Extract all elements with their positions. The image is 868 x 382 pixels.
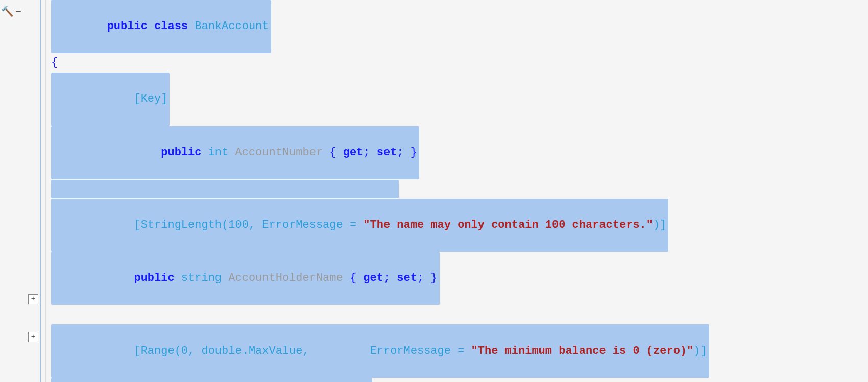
punct-brace-open: { bbox=[329, 146, 336, 159]
line-class-declaration: public class BankAccount bbox=[51, 0, 868, 53]
line-class-highlight: public class BankAccount bbox=[51, 0, 271, 53]
type-string: string bbox=[181, 272, 222, 284]
prop-accountnumber: AccountNumber bbox=[235, 146, 323, 159]
code-editor: 🔨 − + + public class BankAccount { [Key] bbox=[0, 0, 868, 382]
type-int: int bbox=[208, 146, 229, 159]
line-stringlength-attr: [StringLength(100, ErrorMessage = "The n… bbox=[51, 199, 868, 252]
classname-bankaccount: BankAccount bbox=[195, 20, 269, 33]
punct-brace-close: } bbox=[411, 146, 417, 159]
kw-set2: set bbox=[397, 272, 417, 284]
line-balance-highlight: public double Balance { get; set; } bbox=[51, 378, 372, 382]
kw-get2: get bbox=[363, 272, 383, 284]
line-open-brace: { bbox=[51, 53, 868, 73]
kw-public-2: public bbox=[161, 146, 201, 159]
keyword-public: public bbox=[107, 20, 148, 33]
prop-accountholdername: AccountHolderName bbox=[228, 272, 343, 284]
line-stringlength-highlight: [StringLength(100, ErrorMessage = "The n… bbox=[51, 199, 668, 252]
line-account-holder-highlight: public string AccountHolderName { get; s… bbox=[51, 252, 440, 305]
gutter: 🔨 − + + bbox=[0, 0, 46, 382]
code-area: public class BankAccount { [Key] public … bbox=[46, 0, 868, 382]
punct-semi1: ; bbox=[363, 146, 370, 159]
collapse-class-button[interactable]: − bbox=[15, 4, 21, 20]
keyword-class: class bbox=[154, 20, 188, 33]
expand-deposit-button[interactable]: + bbox=[28, 332, 38, 342]
attr-range: [Range(0, double.MaxValue, ErrorMessage … bbox=[134, 345, 707, 357]
open-brace: { bbox=[51, 54, 58, 71]
hammer-icon: 🔨 bbox=[1, 4, 14, 20]
expand-withdraw-button[interactable]: + bbox=[28, 294, 38, 304]
line-blank-1-highlight bbox=[51, 180, 399, 198]
kw-set: set bbox=[377, 146, 397, 159]
line-blank-1 bbox=[51, 179, 868, 199]
line-range-highlight: [Range(0, double.MaxValue, ErrorMessage … bbox=[51, 324, 709, 377]
line-account-number: public int AccountNumber { get; set; } bbox=[51, 126, 868, 179]
line-account-holder: public string AccountHolderName { get; s… bbox=[51, 252, 868, 305]
kw-public-3: public bbox=[134, 272, 174, 284]
attr-stringlength: [StringLength(100, ErrorMessage = "The n… bbox=[134, 219, 666, 231]
tree-line bbox=[40, 0, 41, 382]
line-account-number-highlight: public int AccountNumber { get; set; } bbox=[51, 126, 419, 179]
line-key-attribute: [Key] bbox=[51, 73, 868, 126]
line-balance: public double Balance { get; set; } bbox=[51, 378, 868, 382]
punct-semi2: ; bbox=[397, 146, 403, 159]
line-blank-2 bbox=[51, 305, 868, 324]
line-key-highlight: [Key] bbox=[51, 73, 170, 126]
kw-get: get bbox=[343, 146, 364, 159]
punct-b1: { bbox=[350, 272, 356, 284]
line-range-attr: [Range(0, double.MaxValue, ErrorMessage … bbox=[51, 324, 868, 377]
attr-key: [Key] bbox=[134, 92, 167, 105]
